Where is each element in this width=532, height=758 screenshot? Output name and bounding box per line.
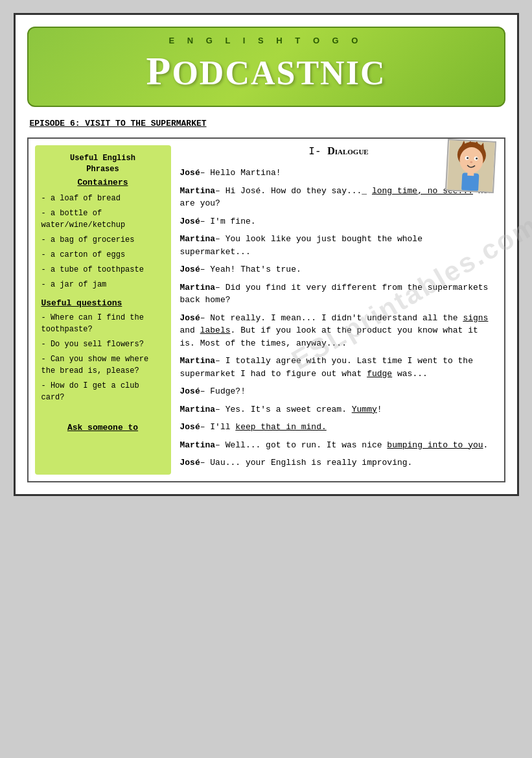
word-yummy: Yummy bbox=[352, 405, 377, 414]
speaker-jose-5: José bbox=[180, 386, 200, 396]
word-fudge: fudge bbox=[367, 369, 392, 379]
sidebar-item: - a jar of jam bbox=[41, 279, 165, 290]
speaker-jose-7: José bbox=[180, 458, 200, 468]
idiom-bumping-into: bumping into to you bbox=[387, 440, 483, 450]
sidebar-heading-line2: Phrases bbox=[86, 165, 119, 174]
speaker-martina-6: Martina bbox=[180, 440, 216, 450]
speaker-jose-4: José bbox=[180, 313, 200, 323]
idiom-keep-in-mind: keep that in mind. bbox=[235, 422, 326, 432]
dialogue-line-12: Martina– Well... got to run. It was nice… bbox=[180, 439, 498, 452]
dialogue-line-11: José– I'll keep that in mind. bbox=[180, 421, 498, 434]
header-tagline: E N G L I S H T O G O bbox=[41, 36, 491, 45]
header-title: PODCASTNIC bbox=[41, 48, 491, 94]
sidebar-subheading: Containers bbox=[41, 178, 165, 187]
character-portrait bbox=[445, 139, 496, 193]
word-signs: signs bbox=[463, 313, 488, 323]
svg-rect-13 bbox=[467, 171, 473, 176]
speaker-jose-6: José bbox=[180, 422, 200, 432]
dialogue-line-10: Martina– Yes. It's a sweet cream. Yummy! bbox=[180, 403, 498, 416]
speaker-martina-3: Martina bbox=[180, 283, 216, 292]
dialogue-line-6: Martina– Did you find it very different … bbox=[180, 281, 498, 307]
main-content: Useful English Phrases Containers - a lo… bbox=[27, 137, 505, 482]
sidebar-footer: Ask someone to bbox=[41, 423, 165, 432]
sidebar-item: - a bottle of water/wine/ketchup bbox=[41, 207, 165, 231]
speaker-martina-4: Martina bbox=[180, 356, 216, 366]
speaker-jose-1: José bbox=[180, 168, 200, 178]
dialogue-line-7: José– Not really. I mean... I didn't und… bbox=[180, 312, 498, 350]
sidebar-item: - a carton of eggs bbox=[41, 249, 165, 261]
speaker-martina-1: Martina bbox=[180, 186, 216, 196]
sidebar-item: - a bag of groceries bbox=[41, 234, 165, 246]
dialogue-line-9: José– Fudge?! bbox=[180, 385, 498, 398]
title-first-letter: P bbox=[146, 49, 172, 93]
dialogue-line-8: Martina– I totally agree with you. Last … bbox=[180, 355, 498, 380]
sidebar-questions-heading: Useful questions bbox=[41, 298, 165, 308]
header-banner: E N G L I S H T O G O PODCASTNIC bbox=[27, 27, 505, 107]
speaker-martina-5: Martina bbox=[180, 405, 216, 414]
dialogue-line-13: José– Uau... your English is really impr… bbox=[180, 456, 498, 469]
sidebar-question-item: - Where can I find the toothpaste? bbox=[41, 312, 165, 335]
speaker-jose-3: José bbox=[180, 265, 200, 274]
sidebar-question-item: - Do you sell flowers? bbox=[41, 338, 165, 350]
dialogue-line-3: José– I'm fine. bbox=[180, 215, 498, 228]
episode-title: EPISODE 6: VISIT TO THE SUPERMARKET bbox=[30, 119, 505, 128]
word-labels: labels bbox=[200, 326, 231, 335]
portrait-illustration bbox=[446, 139, 494, 193]
dialogue-line-4: Martina– You look like you just bought t… bbox=[180, 233, 498, 258]
sidebar-item: - a loaf of bread bbox=[41, 193, 165, 204]
dialogue-area: ESLprintables.com bbox=[180, 145, 498, 475]
speaker-jose-2: José bbox=[180, 217, 200, 226]
dialogue-section-prefix: I- bbox=[308, 146, 327, 158]
dialogue-line-5: José– Yeah! That's true. bbox=[180, 263, 498, 276]
sidebar-heading-line1: Useful English bbox=[70, 154, 135, 163]
dialogue-section-rest: ialogue bbox=[335, 145, 369, 156]
sidebar-heading: Useful English Phrases bbox=[41, 153, 165, 175]
speaker-martina-2: Martina bbox=[180, 234, 216, 244]
sidebar: Useful English Phrases Containers - a lo… bbox=[35, 145, 171, 475]
sidebar-question-item: - Can you show me where the bread is, pl… bbox=[41, 353, 165, 377]
dialogue-section-word: D bbox=[327, 145, 335, 156]
page-container: E N G L I S H T O G O PODCASTNIC EPISODE… bbox=[14, 13, 519, 496]
sidebar-question-item: - How do I get a club card? bbox=[41, 380, 165, 403]
title-rest: ODCASTNIC bbox=[172, 54, 386, 91]
sidebar-item: - a tube of toothpaste bbox=[41, 264, 165, 276]
